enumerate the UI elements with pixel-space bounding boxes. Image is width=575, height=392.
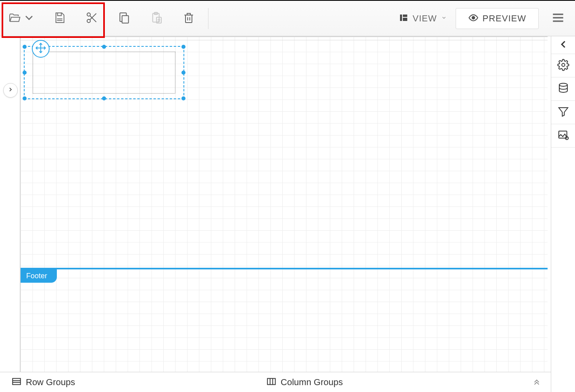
rail-settings-button[interactable] — [551, 54, 575, 77]
delete-button[interactable] — [173, 1, 205, 36]
hamburger-menu-button[interactable] — [546, 1, 570, 36]
svg-rect-4 — [122, 15, 129, 23]
database-icon — [557, 82, 569, 96]
resize-handle-middle-right[interactable] — [181, 71, 185, 75]
layout-icon — [399, 13, 408, 24]
chevron-down-icon — [23, 11, 35, 26]
rows-icon — [11, 376, 22, 388]
resize-handle-middle-left[interactable] — [23, 71, 27, 75]
scissors-icon — [85, 11, 98, 26]
columns-icon — [266, 376, 277, 388]
svg-point-0 — [87, 13, 90, 16]
resize-handle-top-middle[interactable] — [102, 45, 106, 49]
right-rail — [551, 36, 575, 392]
move-arrows-icon — [35, 42, 46, 55]
image-settings-icon — [557, 129, 569, 143]
paste-icon — [150, 11, 163, 26]
copy-icon — [118, 11, 131, 26]
svg-point-15 — [472, 16, 475, 19]
resize-handle-bottom-left[interactable] — [23, 96, 27, 100]
resize-handle-top-left[interactable] — [23, 45, 27, 49]
svg-rect-22 — [267, 378, 275, 384]
footer-section-divider[interactable] — [21, 268, 548, 269]
copy-button[interactable] — [108, 1, 140, 36]
rail-data-button[interactable] — [551, 77, 575, 101]
left-panel-expander[interactable] — [3, 83, 18, 98]
double-chevron-up-icon — [532, 380, 541, 387]
chevron-down-icon — [441, 15, 447, 22]
toolbar: VIEW PREVIEW — [0, 1, 575, 36]
app-root: VIEW PREVIEW — [0, 0, 575, 392]
chevron-right-icon — [7, 86, 14, 94]
svg-rect-12 — [400, 15, 402, 21]
column-groups-label: Column Groups — [281, 377, 343, 388]
svg-point-1 — [87, 19, 90, 23]
row-groups-button[interactable]: Row Groups — [7, 374, 79, 391]
footer-label: Footer — [26, 272, 47, 280]
canvas-wrap: Footer Row Groups — [0, 36, 551, 392]
preview-button[interactable]: PREVIEW — [456, 8, 539, 29]
preview-label: PREVIEW — [483, 13, 526, 24]
svg-point-26 — [559, 83, 567, 86]
resize-handle-top-right[interactable] — [181, 45, 185, 49]
bottom-bar: Row Groups Column Groups — [0, 372, 551, 392]
row-groups-label: Row Groups — [26, 377, 75, 388]
design-surface[interactable]: Footer — [20, 36, 548, 372]
filter-icon — [557, 106, 569, 119]
rail-image-settings-button[interactable] — [551, 124, 575, 148]
move-handle[interactable] — [32, 40, 50, 58]
rail-filter-button[interactable] — [551, 101, 575, 124]
rail-collapse-button[interactable] — [551, 36, 575, 54]
canvas-inner: Footer — [0, 36, 551, 372]
eye-icon — [468, 13, 479, 25]
hamburger-icon — [551, 11, 565, 26]
toolbar-group-file — [0, 1, 76, 36]
cut-button[interactable] — [76, 1, 108, 36]
trash-icon — [182, 11, 195, 26]
collapse-bottom-bar[interactable] — [530, 375, 544, 390]
svg-rect-13 — [403, 15, 407, 17]
svg-point-25 — [562, 63, 565, 67]
folder-open-icon — [8, 11, 21, 26]
svg-rect-14 — [403, 18, 407, 21]
save-button[interactable] — [44, 1, 76, 36]
resize-handle-bottom-right[interactable] — [181, 96, 185, 100]
toolbar-separator — [208, 8, 208, 29]
footer-section-tab[interactable]: Footer — [21, 269, 57, 283]
svg-rect-19 — [12, 378, 21, 384]
view-dropdown[interactable]: VIEW — [392, 13, 453, 24]
chevron-left-icon — [557, 38, 569, 52]
paste-button[interactable] — [140, 1, 173, 36]
gear-icon — [557, 59, 569, 73]
resize-handle-bottom-middle[interactable] — [102, 96, 106, 100]
open-button[interactable] — [0, 1, 44, 36]
main-area: Footer Row Groups — [0, 36, 575, 392]
save-icon — [53, 11, 66, 26]
column-groups-button[interactable]: Column Groups — [262, 374, 347, 391]
inner-item-outline — [33, 52, 175, 94]
view-label: VIEW — [412, 13, 437, 24]
